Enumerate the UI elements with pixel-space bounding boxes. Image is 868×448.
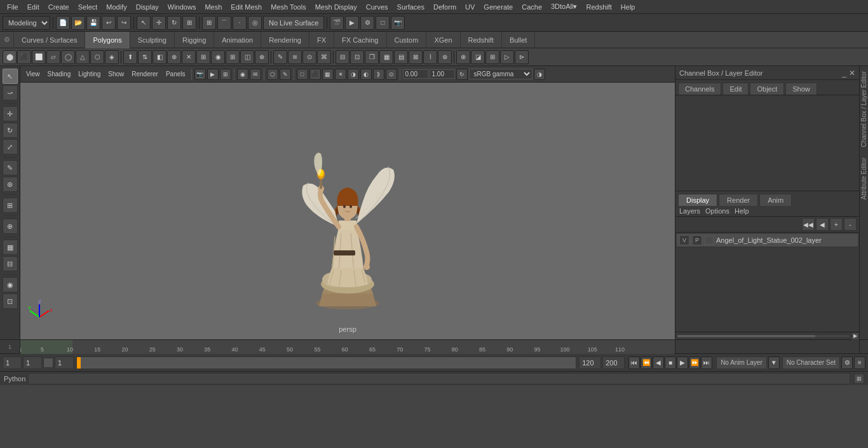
vtx-normal-btn[interactable]: ⊳ <box>515 50 529 64</box>
render-settings-btn[interactable]: ⚙ <box>360 16 374 30</box>
layer-scrollbar[interactable]: ▶ <box>675 332 859 339</box>
mirror-btn[interactable]: ⊟ <box>336 50 349 64</box>
char-set-field[interactable]: No Character Set <box>782 356 840 369</box>
snap-together-btn[interactable]: ⊟ <box>3 256 18 271</box>
stop-btn[interactable]: ■ <box>665 356 676 369</box>
move-tool-btn[interactable]: ✛ <box>3 106 18 121</box>
camera-btn[interactable]: 📷 <box>194 69 206 80</box>
in-view-msg-btn[interactable]: ✉ <box>250 69 261 80</box>
menu-file[interactable]: File <box>3 2 23 12</box>
bridge-btn[interactable]: ⇅ <box>138 50 152 64</box>
wrap-btn[interactable]: ⊠ <box>409 50 423 64</box>
separate-btn[interactable]: ◫ <box>240 50 254 64</box>
playback-end-field[interactable] <box>579 356 601 369</box>
redo-btn[interactable]: ↪ <box>117 16 131 30</box>
cluster-btn[interactable]: ⊛ <box>438 50 452 64</box>
workspace-selector[interactable]: Modeling <box>3 16 50 30</box>
split-btn[interactable]: ✕ <box>182 50 196 64</box>
go-end-btn[interactable]: ⏭ <box>701 356 712 369</box>
menu-generate[interactable]: Generate <box>479 2 517 12</box>
snap-point-btn[interactable]: · <box>233 16 247 30</box>
vp-display-btn[interactable]: ⊞ <box>220 69 231 80</box>
snap-view-btn[interactable]: ◎ <box>248 16 262 30</box>
lasso-btn[interactable]: ⤻ <box>3 85 18 100</box>
anim-layer-dropdown-btn[interactable]: ▼ <box>768 356 780 369</box>
sculpt-btn[interactable]: ⌘ <box>317 50 331 64</box>
layer-remove-btn[interactable]: - <box>844 218 857 231</box>
snap-curve-btn[interactable]: ⌒ <box>217 16 231 30</box>
soft-mod-btn[interactable]: ⊛ <box>3 177 18 192</box>
lights-btn[interactable]: ☀ <box>335 69 346 80</box>
layer-back-btn[interactable]: ◀ <box>816 218 829 231</box>
measure-btn[interactable]: ⊞ <box>3 198 18 213</box>
menu-mesh-tools[interactable]: Mesh Tools <box>266 2 310 12</box>
menu-redshift[interactable]: Redshift <box>581 2 616 12</box>
poly-disk-btn[interactable]: ⬡ <box>90 50 104 64</box>
poly-cone-btn[interactable]: △ <box>76 50 90 64</box>
frame-start-field[interactable] <box>3 356 22 369</box>
motion-blur-btn[interactable]: ⟫ <box>373 69 384 80</box>
vp-view-menu[interactable]: View <box>23 70 43 78</box>
timeline-ruler[interactable]: 1510152025303540455055606570758085909510… <box>20 340 675 354</box>
tab-fx-caching[interactable]: FX Caching <box>334 32 386 48</box>
char-set-settings-btn[interactable]: ⚙ <box>841 356 853 369</box>
tab-polygons[interactable]: Polygons <box>85 32 130 48</box>
tab-object[interactable]: Object <box>750 83 784 95</box>
frame-current-field[interactable] <box>23 356 42 369</box>
open-file-btn[interactable]: 📂 <box>71 16 85 30</box>
attribute-editor-label[interactable]: Attribute Editor <box>859 153 868 205</box>
extrude-btn[interactable]: ⬆ <box>123 50 137 64</box>
ipr-btn[interactable]: ▶ <box>345 16 359 30</box>
menu-uv[interactable]: UV <box>461 2 479 12</box>
vp-shading-menu[interactable]: Shading <box>44 70 74 78</box>
play-back-btn[interactable]: ◀ <box>653 356 664 369</box>
tab-curves-surfaces[interactable]: Curves / Surfaces <box>14 32 85 48</box>
frame-marker-field[interactable] <box>55 356 74 369</box>
textured-btn[interactable]: ▦ <box>322 69 334 80</box>
vp-renderer-menu[interactable]: Renderer <box>128 70 161 78</box>
combine-btn[interactable]: ⊞ <box>226 50 240 64</box>
display-toggle-btn[interactable]: ◪ <box>471 50 485 64</box>
scale-tool-btn[interactable]: ⤢ <box>3 139 18 154</box>
vp-lighting-menu[interactable]: Lighting <box>75 70 104 78</box>
show-wireframe-btn[interactable]: ⊡ <box>3 294 18 309</box>
tab-xgen[interactable]: XGen <box>426 32 460 48</box>
boolean-btn[interactable]: ⊕ <box>255 50 269 64</box>
smooth-btn[interactable]: ⊡ <box>350 50 364 64</box>
char-set-extra-btn[interactable]: ≡ <box>854 356 865 369</box>
xray-lt-btn[interactable]: ◉ <box>3 277 18 292</box>
xray-btn[interactable]: ⊕ <box>456 50 470 64</box>
wireframe-toggle-btn[interactable]: □ <box>297 69 308 80</box>
shadow-btn[interactable]: ◑ <box>348 69 359 80</box>
channel-box-minimize[interactable]: _ <box>842 69 846 78</box>
poly-platonic-btn[interactable]: ◈ <box>105 50 119 64</box>
tab-bullet[interactable]: Bullet <box>502 32 536 48</box>
layer-add-btn[interactable]: + <box>830 218 843 231</box>
poly-cylinder-btn[interactable]: ⬜ <box>32 50 46 64</box>
menu-mesh-display[interactable]: Mesh Display <box>311 2 362 12</box>
scroll-right-btn[interactable]: ▶ <box>851 332 859 340</box>
step-back-btn[interactable]: ⏪ <box>641 356 652 369</box>
poly-cube-btn[interactable]: ⬛ <box>17 50 31 64</box>
menu-deform[interactable]: Deform <box>429 2 461 12</box>
crease-btn[interactable]: ≋ <box>288 50 302 64</box>
rotation-btn[interactable]: ↻ <box>456 69 468 80</box>
options-menu[interactable]: Options <box>705 207 729 215</box>
menu-3dto-all[interactable]: 3DtoAll▾ <box>546 1 581 12</box>
tab-redshift[interactable]: Redshift <box>461 32 502 48</box>
tab-animation[interactable]: Animation <box>214 32 261 48</box>
menu-select[interactable]: Select <box>74 2 102 12</box>
tab-rendering[interactable]: Rendering <box>261 32 309 48</box>
menu-edit-mesh[interactable]: Edit Mesh <box>226 2 266 12</box>
playblast-btn[interactable]: ▶ <box>207 69 219 80</box>
inset-btn[interactable]: ⊞ <box>196 50 210 64</box>
snapshot-btn[interactable]: 📷 <box>391 16 405 30</box>
nonlin-btn[interactable]: ⌇ <box>423 50 437 64</box>
isolate-btn[interactable]: ◉ <box>237 69 248 80</box>
layers-menu[interactable]: Layers <box>679 207 700 215</box>
merge-btn[interactable]: ⊕ <box>167 50 181 64</box>
relax-btn[interactable]: ⊙ <box>302 50 316 64</box>
fill-hole-btn[interactable]: ◉ <box>211 50 225 64</box>
poly-sphere-btn[interactable]: ⬤ <box>3 50 17 64</box>
transform-btn[interactable]: ✛ <box>152 16 166 30</box>
